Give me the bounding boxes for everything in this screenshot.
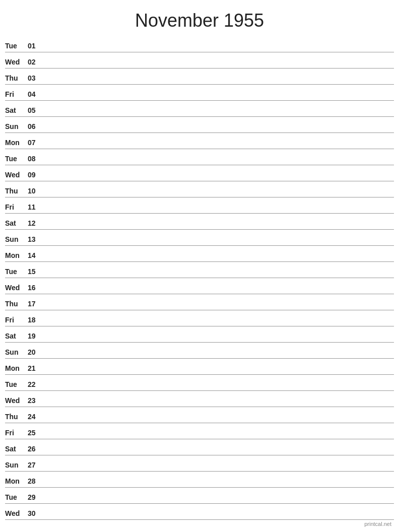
day-name: Mon [5,364,28,373]
day-name: Wed [5,58,28,67]
day-name: Wed [5,171,28,180]
day-number: 16 [28,284,43,293]
calendar-row: Mon14 [5,246,394,262]
day-number: 29 [28,493,43,502]
day-line [43,486,394,486]
day-line [43,131,394,131]
day-line [43,276,394,277]
day-name: Mon [5,251,28,260]
calendar-row: Sat12 [5,214,394,230]
day-name: Sun [5,461,28,470]
calendar-row: Wed30 [5,504,394,520]
day-line [43,470,394,470]
day-number: 07 [28,139,43,148]
calendar-row: Fri04 [5,85,394,101]
day-name: Wed [5,509,28,518]
day-line [43,341,394,341]
day-number: 01 [28,42,43,51]
day-number: 15 [28,268,43,277]
calendar-row: Sun13 [5,230,394,246]
day-number: 04 [28,90,43,99]
page-title: November 1955 [0,0,399,36]
day-name: Sat [5,332,28,341]
day-name: Tue [5,42,28,51]
day-number: 28 [28,477,43,486]
day-line [43,99,394,99]
calendar-row: Thu03 [5,69,394,85]
day-number: 23 [28,396,43,406]
day-name: Thu [5,74,28,83]
day-name: Tue [5,493,28,502]
day-line [43,212,394,212]
day-name: Wed [5,284,28,293]
day-line [43,405,394,406]
day-line [43,228,394,228]
day-line [43,518,394,518]
calendar-row: Mon21 [5,359,394,375]
calendar-row: Fri11 [5,197,394,214]
calendar-row: Sat19 [5,326,394,343]
calendar-row: Tue01 [5,36,394,52]
calendar-row: Wed09 [5,165,394,181]
day-number: 06 [28,122,43,131]
calendar-row: Mon07 [5,133,394,149]
day-name: Tue [5,380,28,389]
day-line [43,308,394,309]
day-number: 22 [28,380,43,389]
day-number: 21 [28,364,43,373]
day-line [43,421,394,422]
day-number: 25 [28,429,43,438]
day-number: 03 [28,74,43,83]
calendar-row: Wed16 [5,278,394,294]
day-name: Fri [5,429,28,438]
day-number: 18 [28,316,43,325]
day-line [43,147,394,148]
calendar-row: Tue29 [5,488,394,504]
day-line [43,453,394,454]
day-line [43,292,394,293]
day-line [43,163,394,164]
calendar-row: Tue22 [5,375,394,391]
calendar-row: Sat26 [5,439,394,455]
calendar-row: Sun06 [5,117,394,133]
day-number: 09 [28,171,43,180]
day-name: Sun [5,348,28,357]
calendar-row: Fri18 [5,310,394,326]
day-line [43,389,394,389]
day-number: 08 [28,155,43,164]
day-name: Fri [5,90,28,99]
calendar-row: Sun20 [5,343,394,359]
day-name: Sat [5,106,28,115]
calendar-row: Thu10 [5,181,394,197]
day-number: 26 [28,445,43,454]
calendar-row: Wed02 [5,52,394,69]
day-name: Thu [5,187,28,196]
day-line [43,357,394,357]
day-number: 05 [28,106,43,115]
day-line [43,373,394,373]
day-line [43,195,394,196]
day-name: Mon [5,477,28,486]
calendar-row: Thu24 [5,407,394,423]
day-name: Sat [5,219,28,228]
calendar-row: Sun27 [5,455,394,472]
day-number: 19 [28,332,43,341]
calendar-row: Tue15 [5,262,394,278]
watermark: printcal.net [364,521,391,527]
day-number: 20 [28,348,43,357]
day-number: 11 [28,203,43,212]
day-number: 13 [28,235,43,244]
day-number: 17 [28,300,43,309]
day-number: 02 [28,58,43,67]
day-line [43,179,394,180]
day-number: 14 [28,251,43,260]
day-name: Sun [5,122,28,131]
day-name: Sun [5,235,28,244]
day-name: Tue [5,268,28,277]
day-line [43,50,394,51]
day-line [43,437,394,438]
calendar-row: Fri25 [5,423,394,439]
calendar-row: Sat05 [5,101,394,117]
day-name: Tue [5,155,28,164]
calendar-row: Tue08 [5,149,394,165]
